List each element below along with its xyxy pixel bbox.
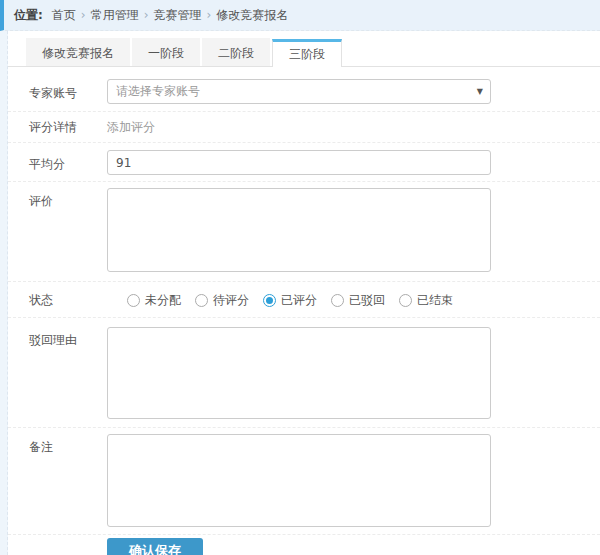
form-row-save: 确认保存 [8, 535, 600, 555]
evaluation-label: 评价 [29, 188, 107, 272]
breadcrumb-label: 位置: [14, 7, 43, 24]
tab-stage-1[interactable]: 一阶段 [132, 38, 200, 66]
status-option-label: 未分配 [145, 292, 181, 309]
status-radio-unassigned[interactable]: 未分配 [127, 292, 181, 309]
breadcrumb-current-page: 修改竞赛报名 [216, 7, 288, 24]
confirm-save-button[interactable]: 确认保存 [107, 538, 203, 555]
form-row-evaluation: 评价 [8, 182, 600, 282]
page: 位置: 首页 › 常用管理 › 竞赛管理 › 修改竞赛报名 修改竞赛报名 一阶段… [0, 0, 600, 555]
status-radio-pending-score[interactable]: 待评分 [195, 292, 249, 309]
radio-icon[interactable] [331, 294, 344, 307]
breadcrumb: 位置: 首页 › 常用管理 › 竞赛管理 › 修改竞赛报名 [0, 0, 600, 31]
average-score-label: 平均分 [29, 150, 107, 175]
expert-account-selected-value: 请选择专家账号 [116, 84, 200, 98]
breadcrumb-common-management[interactable]: 常用管理 [91, 7, 139, 24]
remark-textarea[interactable] [107, 434, 491, 527]
reject-reason-textarea[interactable] [107, 327, 491, 419]
form-row-average-score: 平均分 [8, 143, 600, 182]
form-row-expert-account: 专家账号 请选择专家账号 ▼ [8, 67, 600, 112]
evaluation-textarea[interactable] [107, 188, 491, 272]
dropdown-arrow-icon: ▼ [477, 87, 483, 95]
average-score-input[interactable] [107, 150, 491, 175]
tab-bar: 修改竞赛报名 一阶段 二阶段 三阶段 [8, 31, 600, 67]
form-row-reject-reason: 驳回理由 [8, 318, 600, 428]
add-score-link[interactable]: 添加评分 [107, 118, 155, 136]
radio-icon[interactable] [127, 294, 140, 307]
breadcrumb-home[interactable]: 首页 [52, 7, 76, 24]
remark-label: 备注 [29, 434, 107, 527]
expert-account-label: 专家账号 [29, 79, 107, 104]
content-panel: 修改竞赛报名 一阶段 二阶段 三阶段 专家账号 请选择专家账号 ▼ 评分详情 添… [8, 31, 600, 555]
status-radio-finished[interactable]: 已结束 [399, 292, 453, 309]
radio-icon[interactable] [195, 294, 208, 307]
left-gutter [0, 31, 8, 555]
form-row-status: 状态 未分配 待评分 已评分 [8, 282, 600, 318]
body-area: 修改竞赛报名 一阶段 二阶段 三阶段 专家账号 请选择专家账号 ▼ 评分详情 添… [0, 31, 600, 555]
status-option-label: 已驳回 [349, 292, 385, 309]
expert-account-select[interactable]: 请选择专家账号 ▼ [107, 79, 491, 104]
status-option-label: 已结束 [417, 292, 453, 309]
reject-reason-label: 驳回理由 [29, 327, 107, 419]
status-radio-rejected[interactable]: 已驳回 [331, 292, 385, 309]
status-option-label: 已评分 [281, 292, 317, 309]
breadcrumb-separator-icon: › [144, 8, 149, 22]
form-row-score-detail: 评分详情 添加评分 [8, 112, 600, 143]
radio-icon[interactable] [399, 294, 412, 307]
status-option-label: 待评分 [213, 292, 249, 309]
tab-stage-3[interactable]: 三阶段 [272, 39, 342, 67]
status-radio-scored[interactable]: 已评分 [263, 292, 317, 309]
form-row-remark: 备注 [8, 428, 600, 535]
tab-stage-2[interactable]: 二阶段 [202, 38, 270, 66]
stage3-form: 专家账号 请选择专家账号 ▼ 评分详情 添加评分 平均分 评价 [8, 67, 600, 555]
tab-modify-registration[interactable]: 修改竞赛报名 [26, 38, 130, 66]
status-label: 状态 [29, 291, 107, 309]
radio-checked-icon[interactable] [263, 294, 276, 307]
breadcrumb-separator-icon: › [81, 8, 86, 22]
score-detail-label: 评分详情 [29, 118, 107, 136]
breadcrumb-separator-icon: › [206, 8, 211, 22]
breadcrumb-competition-management[interactable]: 竞赛管理 [153, 7, 201, 24]
status-radio-group: 未分配 待评分 已评分 已驳回 [127, 291, 467, 309]
